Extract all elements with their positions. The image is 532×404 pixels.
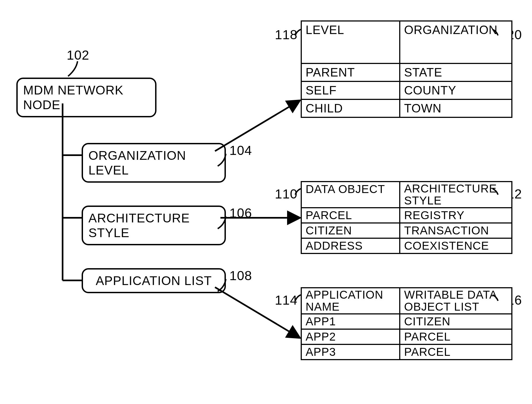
td: APP2 (301, 329, 400, 344)
td: CITIZEN (400, 314, 512, 329)
td: PARENT (301, 63, 400, 81)
td: ADDRESS (301, 238, 400, 253)
table-row: PARENT STATE (301, 63, 512, 81)
td: TOWN (400, 99, 512, 117)
node-organization-level: ORGANIZATION LEVEL (82, 143, 226, 183)
th-app-name: APPLICATION NAME (301, 288, 400, 314)
table-architecture: DATA OBJECT ARCHITECTURE STYLE PARCEL RE… (301, 181, 512, 254)
td: APP1 (301, 314, 400, 329)
text: STYLE (404, 194, 442, 207)
table-row: CHILD TOWN (301, 99, 512, 117)
th-writable-list: WRITABLE DATA OBJECT LIST (400, 288, 512, 314)
node-mdm-network: MDM NETWORK NODE (16, 78, 156, 117)
td: SELF (301, 81, 400, 99)
th-data-object: DATA OBJECT (301, 182, 400, 208)
td: REGISTRY (400, 208, 512, 223)
td: CITIZEN (301, 223, 400, 238)
table-application: APPLICATION NAME WRITABLE DATA OBJECT LI… (301, 287, 512, 360)
td: STATE (400, 63, 512, 81)
table-row: APP1 CITIZEN (301, 314, 512, 329)
text: OBJECT LIST (404, 300, 479, 313)
table-organization: LEVEL ORGANIZATION PARENT STATE SELF COU… (301, 20, 512, 118)
table-row: APP2 PARCEL (301, 329, 512, 344)
text: APPLICATION (306, 288, 383, 301)
table-row: CITIZEN TRANSACTION (301, 223, 512, 238)
td: CHILD (301, 99, 400, 117)
node-mdm-label: MDM NETWORK NODE (23, 83, 150, 112)
table-row: PARCEL REGISTRY (301, 208, 512, 223)
td: APP3 (301, 344, 400, 360)
node-arch-label: ARCHITECTURE STYLE (88, 211, 219, 240)
ref-106: 106 (229, 206, 252, 221)
ref-114: 114 (275, 293, 297, 308)
node-app-label: APPLICATION LIST (96, 273, 212, 288)
td: PARCEL (400, 329, 512, 344)
ref-104: 104 (229, 143, 252, 158)
ref-102: 102 (67, 48, 89, 63)
node-architecture-style: ARCHITECTURE STYLE (82, 206, 226, 245)
table-row: APP3 PARCEL (301, 344, 512, 360)
table-row: ADDRESS COEXISTENCE (301, 238, 512, 253)
ref-110: 110 (275, 186, 297, 201)
text: ARCHITECTURE (404, 182, 497, 195)
td: COUNTY (400, 81, 512, 99)
ref-108: 108 (229, 268, 252, 283)
text: WRITABLE DATA (404, 288, 497, 301)
ref-118: 118 (275, 27, 297, 42)
td: PARCEL (301, 208, 400, 223)
td: PARCEL (400, 344, 512, 360)
td: TRANSACTION (400, 223, 512, 238)
node-application-list: APPLICATION LIST (82, 268, 226, 293)
node-org-label: ORGANIZATION LEVEL (88, 148, 219, 177)
td: COEXISTENCE (400, 238, 512, 253)
text: NAME (306, 300, 340, 313)
th-level: LEVEL (301, 21, 400, 63)
table-row: SELF COUNTY (301, 81, 512, 99)
table-row: DATA OBJECT ARCHITECTURE STYLE (301, 182, 512, 208)
table-row: APPLICATION NAME WRITABLE DATA OBJECT LI… (301, 288, 512, 314)
th-arch-style: ARCHITECTURE STYLE (400, 182, 512, 208)
table-row: LEVEL ORGANIZATION (301, 21, 512, 63)
th-organization: ORGANIZATION (400, 21, 512, 63)
